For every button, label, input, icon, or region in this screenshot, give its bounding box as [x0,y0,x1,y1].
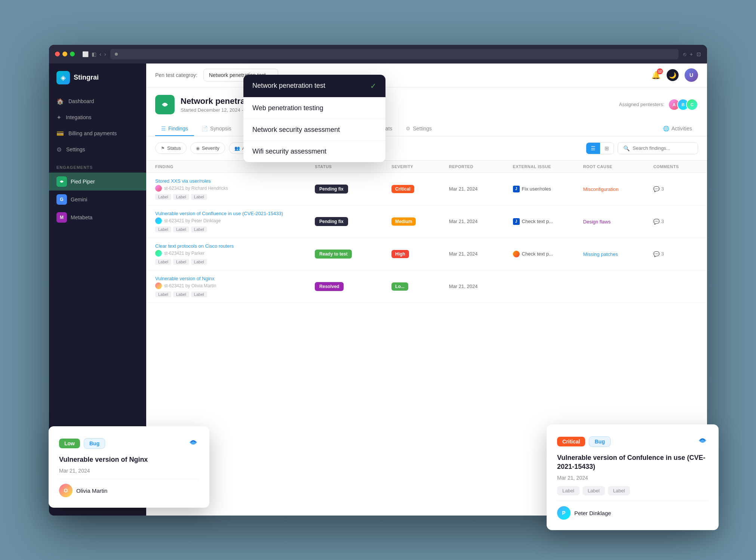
label-tag: Label [173,226,189,232]
engagement-avatar-metabeta: M [56,212,67,223]
comment-icon: 💬 [653,219,660,225]
notification-badge: 12 [657,68,663,74]
th-root-cause: ROOT CAUSE [583,164,654,169]
reported-date: Mar 21, 2024 [449,219,513,224]
dropdown-item-wifi-security[interactable]: Wifi security assessment [243,141,385,162]
sidebar-item-settings[interactable]: ⚙ Settings [49,142,146,158]
search-icon: 🔍 [623,145,630,151]
engagement-label: Gemini [71,197,87,202]
label-tag: Label [173,194,189,200]
th-status: STATUS [315,164,391,169]
finding-title[interactable]: Vulnerable version of Confluence in use … [155,211,315,216]
status-filter-button[interactable]: ⚑ Status [155,142,187,154]
comments-cell: 💬 3 [653,186,698,192]
label-tag: Label [155,226,171,232]
sidebar-item-dashboard[interactable]: 🏠 Dashboard [49,93,146,109]
billing-icon: 💳 [56,130,64,137]
mini-avatar [155,250,162,257]
pentesters-label: Assigned pentesters: [619,102,664,107]
prev-icon[interactable]: ‹ [99,51,101,57]
card-overlay-nginx: Low Bug Vulnerable version of Nginx Mar … [49,426,209,508]
pentesters-avatars: A B C [668,99,698,111]
sidebar-item-integrations[interactable]: ✦ Integations [49,109,146,126]
pentester-avatar-3: C [686,99,698,111]
filter-label: Status [167,145,181,151]
severity-label: Low [59,439,80,448]
label-tag: Label [191,226,207,232]
root-cause-link[interactable]: Misconfiguration [583,186,619,192]
labels-row: Label Label Label [155,226,315,232]
minimize-button[interactable] [62,52,67,56]
dropdown-item-network-security[interactable]: Network security assessment [243,119,385,141]
maximize-button[interactable] [70,52,75,56]
finding-title[interactable]: Vulnerable version of Nginx [155,276,315,281]
dropdown-item-label: Web penetration testing [252,104,323,112]
engagement-item-metabeta[interactable]: M Metabeta [49,208,146,226]
share-icon[interactable]: ⎋ [683,51,686,57]
label-tag: Label [173,259,189,265]
root-cause-cell: Missing patches [583,251,654,257]
dropdown-item-web-pentest[interactable]: Web penetration testing [243,98,385,119]
more-icon[interactable]: ⊡ [697,51,701,57]
sidebar-item-billing[interactable]: 💳 Billing and payments [49,126,146,142]
dropdown-item-label: Network security assessment [252,126,340,134]
label-tag: Label [191,259,207,265]
view-toggle: ☰ ⊞ [586,142,614,154]
logo-text: Stingrai [74,74,99,81]
root-cause-cell: Design flaws [583,218,654,225]
comment-icon: 💬 [653,251,660,257]
status-badge: Pending fix [315,217,348,226]
severity-badge: Critical [391,185,414,193]
root-cause-link[interactable]: Missing patches [583,251,618,257]
engagement-item-pied-piper[interactable]: Pied Piper [49,173,146,191]
browser-actions: ⎋ + ⊡ [683,51,701,57]
list-view-button[interactable]: ☰ [586,143,600,154]
finding-title[interactable]: Clear text protocols on Cisco routers [155,243,315,249]
finding-cell: Clear text protocols on Cisco routers st… [155,243,315,265]
notifications-button[interactable]: 🔔 12 [651,71,661,80]
engagement-item-gemini[interactable]: G Gemini [49,191,146,208]
sidebar-item-label: Integations [66,114,92,120]
finding-cell: Stored XXS via user/roles st-623421 by R… [155,178,315,200]
th-severity: SEVERITY [391,164,449,169]
custom-icon [513,251,520,257]
assignees-icon: 👥 [234,146,240,151]
card-user: O Olivia Martin [59,484,199,497]
card-title: Vulnerable version of Confulence in use … [557,454,708,471]
browser-addressbar[interactable] [110,49,678,59]
tab-synopsis[interactable]: 📄 Synopsis [196,122,237,136]
card-severity-row: Low Bug [59,437,199,450]
close-button[interactable] [55,52,60,56]
finding-title[interactable]: Stored XXS via user/roles [155,178,315,184]
tab-label: Settings [413,126,432,132]
settings-icon: ⚙ [56,146,62,153]
stingrai-logo-icon [697,435,708,448]
sidebar-toggle-icon[interactable]: ◧ [92,51,96,57]
severity-cell: Lo... [391,282,449,291]
th-reported: REPORTED [449,164,513,169]
mini-avatar [155,217,162,224]
dropdown-item-network-pentest[interactable]: Network penetration test ✓ [243,75,385,98]
findings-tab-icon: ☰ [161,126,166,132]
back-icon[interactable]: ⬜ [82,51,89,57]
tab-activities[interactable]: 🌐 Activities [657,122,698,136]
topbar-icons: 🔔 12 🌙 U [651,68,698,82]
comment-icon: 💬 [653,186,660,192]
tab-settings[interactable]: ⚙ Settings [400,122,438,136]
add-tab-icon[interactable]: + [690,51,693,57]
grid-view-button[interactable]: ⊞ [600,143,614,154]
next-icon[interactable]: › [104,51,106,57]
tab-label: Activities [672,126,692,132]
search-box[interactable]: 🔍 [618,142,698,154]
status-badge: Pending fix [315,185,348,194]
user-avatar-button[interactable]: U [685,68,698,82]
severity-badge: High [391,250,409,258]
tab-findings[interactable]: ☰ Findings [155,122,194,136]
theme-toggle-button[interactable]: 🌙 [667,69,679,81]
card-label: Label [583,486,605,495]
lock-icon [115,53,118,56]
root-cause-link[interactable]: Design flaws [583,219,611,225]
search-input[interactable] [633,145,692,151]
severity-filter-button[interactable]: ◉ Severity [190,142,225,154]
check-icon: ✓ [370,81,377,90]
